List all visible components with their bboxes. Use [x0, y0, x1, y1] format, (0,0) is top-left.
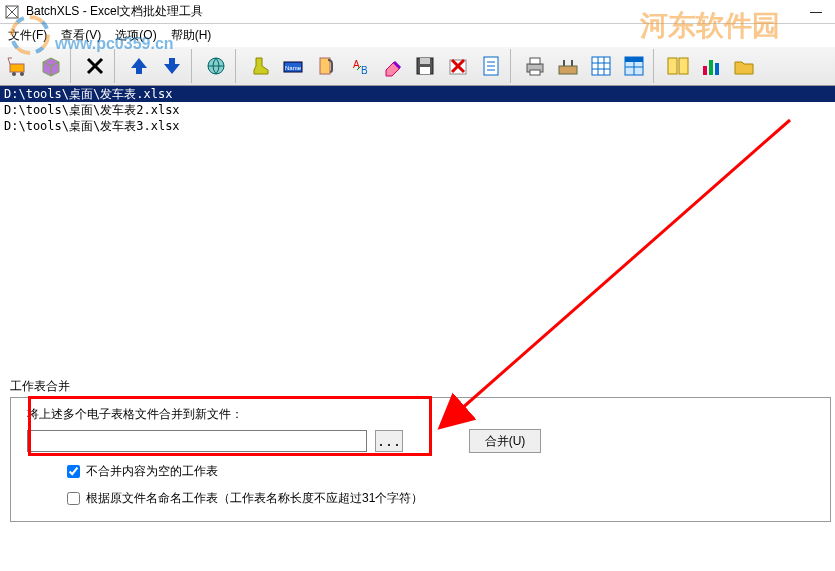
cart-icon[interactable]	[2, 49, 34, 83]
replace-text-icon[interactable]: AB	[343, 49, 375, 83]
panel-group-label: 工作表合并	[0, 372, 835, 397]
svg-rect-26	[530, 70, 540, 75]
svg-rect-16	[420, 67, 430, 74]
separator-icon	[510, 49, 516, 83]
arrow-down-icon[interactable]	[156, 49, 188, 83]
window-title: BatchXLS - Excel文档批处理工具	[26, 3, 801, 20]
tools-icon[interactable]	[552, 49, 584, 83]
svg-rect-38	[679, 58, 688, 74]
delete-x-icon[interactable]	[442, 49, 474, 83]
toolbar: Name AB	[0, 46, 835, 86]
svg-rect-40	[709, 60, 713, 75]
separator-icon	[191, 49, 197, 83]
app-icon	[4, 4, 20, 20]
svg-rect-41	[715, 63, 719, 75]
globe-icon[interactable]	[200, 49, 232, 83]
menu-view[interactable]: 查看(V)	[57, 25, 105, 46]
merge-panel: 将上述多个电子表格文件合并到新文件： ... 合并(U) 不合并内容为空的工作表…	[10, 397, 831, 522]
svg-rect-28	[592, 57, 610, 75]
svg-rect-3	[10, 64, 24, 72]
svg-text:B: B	[361, 65, 368, 76]
attach-icon[interactable]	[310, 49, 342, 83]
svg-rect-34	[625, 57, 643, 62]
disk-icon[interactable]	[409, 49, 441, 83]
box-icon[interactable]	[35, 49, 67, 83]
menu-options[interactable]: 选项(O)	[111, 25, 160, 46]
svg-rect-37	[668, 58, 677, 74]
minimize-button[interactable]: —	[801, 2, 831, 22]
file-row[interactable]: D:\tools\桌面\发车表2.xlsx	[0, 102, 835, 118]
svg-rect-27	[559, 66, 577, 74]
file-row[interactable]: D:\tools\桌面\发车表.xlsx	[0, 86, 835, 102]
spreadsheet-icon[interactable]	[618, 49, 650, 83]
folder-icon[interactable]	[728, 49, 760, 83]
browse-button[interactable]: ...	[375, 430, 403, 452]
svg-rect-39	[703, 66, 707, 75]
separator-icon	[235, 49, 241, 83]
eraser-icon[interactable]	[376, 49, 408, 83]
separator-icon	[70, 49, 76, 83]
svg-point-4	[12, 72, 16, 76]
skip-empty-checkbox[interactable]	[67, 465, 80, 478]
window-controls: —	[801, 2, 831, 22]
svg-rect-15	[420, 58, 430, 64]
menu-file[interactable]: 文件(F)	[4, 25, 51, 46]
grid-icon[interactable]	[585, 49, 617, 83]
boot-icon[interactable]	[244, 49, 276, 83]
svg-rect-25	[530, 58, 540, 64]
svg-text:Name: Name	[285, 65, 302, 71]
merge-prompt: 将上述多个电子表格文件合并到新文件：	[27, 406, 814, 423]
file-row[interactable]: D:\tools\桌面\发车表3.xlsx	[0, 118, 835, 134]
output-path-input[interactable]	[27, 430, 367, 452]
menu-bar: 文件(F) 查看(V) 选项(O) 帮助(H)	[0, 24, 835, 46]
delete-icon[interactable]	[79, 49, 111, 83]
separator-icon	[653, 49, 659, 83]
separator-icon	[114, 49, 120, 83]
rename-label: 根据原文件名命名工作表（工作表名称长度不应超过31个字符）	[86, 490, 423, 507]
menu-help[interactable]: 帮助(H)	[167, 25, 216, 46]
printer-icon[interactable]	[519, 49, 551, 83]
file-list[interactable]: D:\tools\桌面\发车表.xlsx D:\tools\桌面\发车表2.xl…	[0, 86, 835, 372]
compare-icon[interactable]	[662, 49, 694, 83]
name-tag-icon[interactable]: Name	[277, 49, 309, 83]
rename-checkbox[interactable]	[67, 492, 80, 505]
arrow-up-icon[interactable]	[123, 49, 155, 83]
chart-icon[interactable]	[695, 49, 727, 83]
document-icon[interactable]	[475, 49, 507, 83]
title-bar: BatchXLS - Excel文档批处理工具 —	[0, 0, 835, 24]
merge-button[interactable]: 合并(U)	[469, 429, 541, 453]
svg-point-5	[20, 72, 24, 76]
skip-empty-label: 不合并内容为空的工作表	[86, 463, 218, 480]
